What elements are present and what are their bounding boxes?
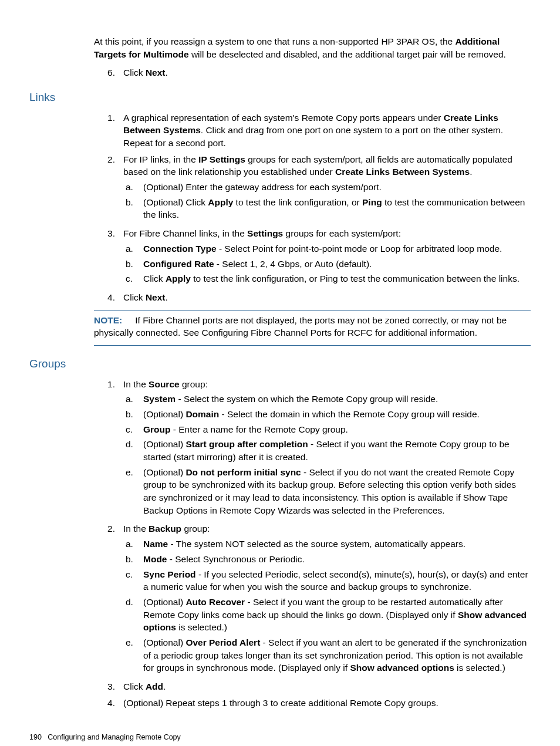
list-marker: 1.: [94, 112, 123, 150]
text: groups for each system/port:: [283, 228, 401, 238]
text: - Select Point for point-to-point mode o…: [217, 244, 502, 254]
intro-paragraph: At this point, if you reassign a system …: [94, 35, 531, 60]
text: - Select the domain in which the Remote …: [219, 409, 480, 419]
groups-heading: Groups: [29, 356, 531, 372]
groups-step-2c: c.Sync Period - If you selected Periodic…: [123, 568, 531, 593]
text: - The system NOT selected as the source …: [168, 539, 465, 549]
text: - If you selected Periodic, select secon…: [143, 569, 528, 592]
text: (Optional) Click: [143, 197, 208, 207]
text: (Optional): [143, 467, 185, 477]
text: For IP links, in the: [123, 154, 198, 164]
text: to test the link configuration, or: [233, 197, 362, 207]
text: .: [166, 67, 168, 77]
groups-step-1a: a.System - Select the system on which th…: [123, 393, 531, 406]
bold-term: Settings: [247, 228, 283, 238]
footer-title: Configuring and Managing Remote Copy: [48, 733, 181, 741]
text: (Optional) Enter the gateway address for…: [143, 181, 531, 194]
text: is selected.): [454, 663, 505, 673]
list-marker: c.: [123, 272, 143, 285]
text: - Enter a name for the Remote Copy group…: [171, 424, 348, 434]
list-marker: a.: [123, 393, 143, 406]
groups-step-2d: d.(Optional) Auto Recover - Select if yo…: [123, 596, 531, 634]
list-marker: 3.: [94, 227, 123, 288]
links-heading: Links: [29, 90, 531, 106]
groups-step-4: 4. (Optional) Repeat steps 1 through 3 t…: [94, 697, 531, 710]
bold-term: Sync Period: [143, 569, 196, 579]
list-marker: b.: [123, 196, 143, 221]
text: (Optional): [143, 597, 185, 607]
bold-term: Group: [143, 424, 171, 434]
text: is selected.): [176, 622, 227, 632]
bold-term: System: [143, 394, 176, 404]
groups-step-1e: e.(Optional) Do not perform initial sync…: [123, 466, 531, 517]
note-rule-top: [94, 310, 531, 310]
text: group:: [180, 379, 208, 389]
bold-term: IP Settings: [198, 154, 245, 164]
text: group:: [181, 524, 210, 534]
text: .: [470, 167, 472, 177]
bold-term: Do not perform initial sync: [185, 467, 301, 477]
groups-step-1: 1. In the Source group: a.System - Selec…: [94, 378, 531, 519]
bold-term: Over Period Alert: [185, 637, 260, 647]
bold-term: Apply: [166, 274, 191, 283]
list-marker: 4.: [94, 697, 123, 710]
list-marker: c.: [123, 568, 143, 593]
list-marker: a.: [123, 181, 143, 194]
list-marker: 6.: [94, 66, 123, 79]
text: - Select Synchronous or Periodic.: [167, 554, 304, 564]
groups-step-3: 3. Click Add.: [94, 680, 531, 693]
bold-term: Start group after completion: [185, 439, 308, 449]
list-marker: c.: [123, 423, 143, 436]
list-marker: b.: [123, 408, 143, 421]
list-marker: d.: [123, 596, 143, 634]
note-text: If Fibre Channel ports are not displayed…: [94, 315, 507, 338]
links-step-4: 4. Click Next.: [94, 291, 531, 304]
page-footer: 190 Configuring and Managing Remote Copy: [29, 733, 531, 743]
note-rule-bottom: [94, 345, 531, 346]
list-marker: 4.: [94, 291, 123, 304]
list-marker: 2.: [94, 522, 123, 677]
bold-term: Mode: [143, 554, 167, 564]
list-marker: e.: [123, 466, 143, 517]
text: Click: [143, 274, 166, 283]
links-step-2: 2. For IP links, in the IP Settings grou…: [94, 153, 531, 224]
bold-term: Ping: [362, 197, 382, 207]
list-marker: 3.: [94, 680, 123, 693]
links-step-3a: a. Connection Type - Select Point for po…: [123, 242, 531, 255]
bold-term: Next: [146, 67, 166, 77]
bold-term: Apply: [208, 197, 233, 207]
bold-term: Name: [143, 539, 168, 549]
bold-term: Create Links Between Systems: [335, 167, 470, 177]
text: At this point, if you reassign a system …: [94, 36, 455, 46]
bold-term: Add: [146, 681, 163, 691]
groups-step-2e: e.(Optional) Over Period Alert - Select …: [123, 636, 531, 674]
text: For Fibre Channel links, in the: [123, 228, 247, 238]
bold-term: Backup: [149, 524, 181, 534]
text: to test the link configuration, or Ping …: [191, 274, 519, 283]
step-6: 6. Click Next.: [94, 66, 531, 79]
links-step-2a: a. (Optional) Enter the gateway address …: [123, 181, 531, 194]
bold-term: Domain: [185, 409, 219, 419]
text: will be deselected and disabled, and the…: [189, 49, 506, 59]
note-block: NOTE:If Fibre Channel ports are not disp…: [94, 314, 531, 339]
list-marker: d.: [123, 438, 143, 463]
groups-step-1d: d.(Optional) Start group after completio…: [123, 438, 531, 463]
groups-step-2b: b.Mode - Select Synchronous or Periodic.: [123, 553, 531, 566]
bold-term: Auto Recover: [185, 597, 245, 607]
text: (Optional): [143, 637, 185, 647]
links-step-3: 3. For Fibre Channel links, in the Setti…: [94, 227, 531, 288]
list-marker: b.: [123, 553, 143, 566]
text: Click: [123, 681, 146, 691]
text: .: [163, 681, 166, 691]
text: - Select 1, 2, 4 Gbps, or Auto (default)…: [214, 259, 372, 269]
text: A graphical representation of each syste…: [123, 113, 444, 123]
list-marker: b.: [123, 258, 143, 271]
bold-term: Connection Type: [143, 244, 217, 254]
text: In the: [123, 379, 149, 389]
groups-step-1b: b.(Optional) Domain - Select the domain …: [123, 408, 531, 421]
groups-step-2: 2. In the Backup group: a.Name - The sys…: [94, 522, 531, 677]
text: (Optional): [143, 439, 185, 449]
note-label: NOTE:: [94, 315, 122, 325]
list-marker: a.: [123, 538, 143, 551]
groups-step-2a: a.Name - The system NOT selected as the …: [123, 538, 531, 551]
